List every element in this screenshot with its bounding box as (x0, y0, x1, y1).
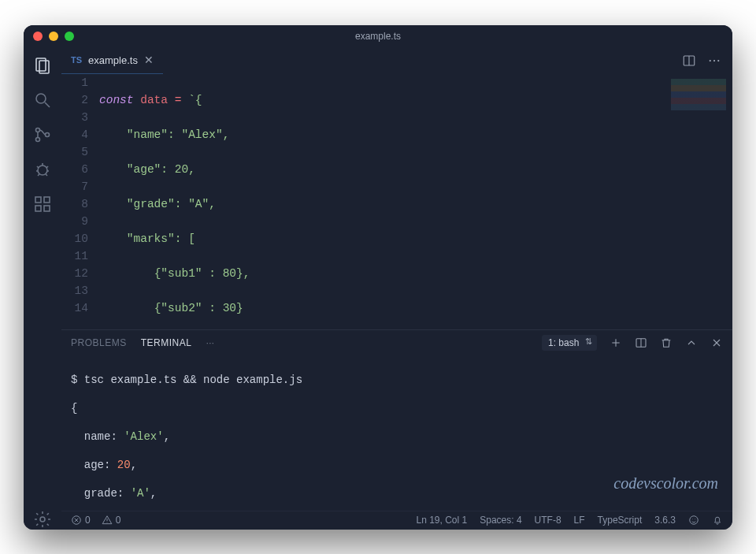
status-ts-version[interactable]: 3.6.3 (654, 515, 676, 526)
titlebar: example.ts (24, 25, 732, 47)
svg-point-37 (692, 519, 693, 519)
terminal-shell-select[interactable]: 1: bash (542, 335, 597, 351)
status-eol[interactable]: LF (574, 515, 585, 526)
tab-filename: example.ts (88, 54, 138, 66)
status-warnings[interactable]: 0 (102, 515, 121, 526)
svg-rect-18 (44, 197, 50, 203)
new-terminal-icon[interactable] (610, 336, 622, 349)
svg-point-23 (713, 59, 715, 61)
editor-group: TS example.ts ✕ 1234567891011121314 (61, 47, 732, 530)
window-title: example.ts (24, 31, 732, 42)
tab-problems[interactable]: PROBLEMS (71, 337, 127, 348)
svg-point-2 (36, 94, 46, 103)
watermark-text: codevscolor.com (613, 476, 718, 490)
minimap[interactable] (671, 79, 726, 118)
status-indent[interactable]: Spaces: 4 (480, 515, 521, 526)
svg-point-24 (717, 59, 719, 61)
svg-rect-16 (35, 206, 41, 211)
svg-point-5 (36, 137, 40, 141)
svg-rect-15 (35, 197, 41, 203)
source-control-icon[interactable] (32, 125, 53, 145)
explorer-icon[interactable] (32, 55, 53, 76)
svg-point-4 (36, 128, 40, 132)
svg-point-7 (38, 165, 47, 175)
search-icon[interactable] (32, 90, 53, 110)
activity-bar (24, 47, 61, 530)
tab-close-icon[interactable]: ✕ (144, 54, 154, 66)
code-editor[interactable]: 1234567891011121314 const data = `{ "nam… (61, 74, 732, 329)
status-errors[interactable]: 0 (71, 515, 91, 526)
more-actions-icon[interactable] (707, 54, 721, 68)
svg-line-9 (37, 166, 39, 168)
warning-icon (102, 515, 113, 526)
status-language[interactable]: TypeScript (598, 515, 643, 526)
tab-bar: TS example.ts ✕ (61, 47, 732, 74)
tab-example-ts[interactable]: TS example.ts ✕ (61, 47, 163, 74)
svg-rect-17 (44, 206, 50, 211)
status-line-col[interactable]: Ln 19, Col 1 (416, 515, 467, 526)
code-content[interactable]: const data = `{ "name": "Alex", "age": 2… (99, 74, 732, 329)
error-icon (71, 515, 82, 526)
split-terminal-icon[interactable] (635, 336, 647, 349)
kill-terminal-icon[interactable] (660, 336, 673, 349)
vscode-window: example.ts (24, 25, 732, 530)
file-lang-badge: TS (71, 55, 82, 65)
svg-point-6 (46, 132, 50, 136)
svg-line-13 (38, 174, 39, 176)
panel-maximize-icon[interactable] (685, 336, 698, 349)
status-encoding[interactable]: UTF-8 (535, 515, 561, 526)
svg-point-22 (710, 59, 711, 61)
bottom-panel: PROBLEMS TERMINAL ··· 1: bash (61, 329, 732, 511)
settings-gear-icon[interactable] (32, 509, 53, 530)
status-bar: 0 0 Ln 19, Col 1 Spaces: 4 UTF-8 LF Type… (61, 511, 732, 530)
svg-point-35 (106, 522, 107, 522)
feedback-smiley-icon[interactable] (688, 515, 699, 526)
split-editor-icon[interactable] (682, 54, 696, 68)
notifications-bell-icon[interactable] (712, 515, 723, 526)
svg-point-36 (690, 516, 699, 525)
svg-point-19 (40, 517, 45, 522)
tab-terminal[interactable]: TERMINAL (141, 337, 192, 348)
debug-icon[interactable] (32, 159, 53, 180)
svg-line-10 (46, 166, 48, 168)
svg-line-14 (46, 174, 47, 176)
svg-line-3 (45, 102, 50, 107)
panel-tab-bar: PROBLEMS TERMINAL ··· 1: bash (61, 330, 732, 355)
line-number-gutter: 1234567891011121314 (61, 74, 99, 329)
terminal-output[interactable]: $ tsc example.ts && node example.js { na… (61, 355, 732, 511)
extensions-icon[interactable] (32, 194, 53, 214)
svg-point-38 (695, 519, 695, 519)
panel-more-icon[interactable]: ··· (206, 336, 214, 348)
panel-close-icon[interactable] (710, 336, 723, 349)
